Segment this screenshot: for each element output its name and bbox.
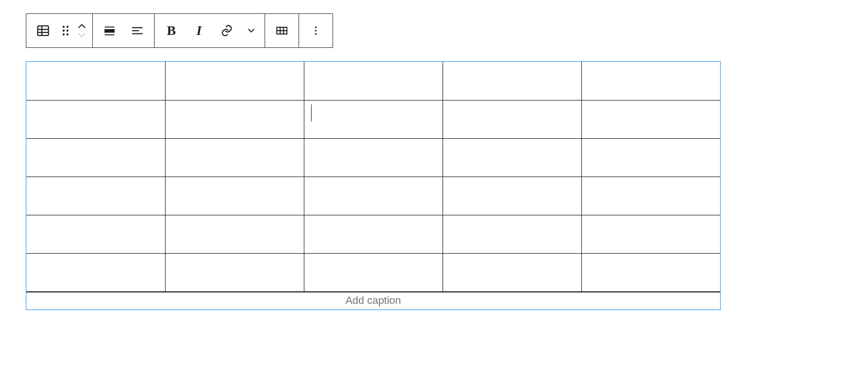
table-cell[interactable] (304, 177, 443, 215)
italic-button[interactable]: I (185, 17, 213, 45)
table-row (26, 138, 720, 177)
toolbar-group-block (26, 14, 92, 47)
table-cell[interactable] (443, 100, 581, 138)
table-cell[interactable] (26, 177, 165, 215)
table-cell[interactable] (581, 253, 720, 291)
block-type-button[interactable] (29, 17, 57, 45)
drag-icon (61, 25, 70, 36)
svg-point-20 (315, 26, 317, 28)
table-edit-icon (275, 24, 289, 37)
table-cell[interactable] (165, 177, 304, 215)
text-align-icon (130, 23, 145, 38)
align-icon (102, 23, 117, 38)
table-cell[interactable] (304, 62, 443, 100)
table-icon (36, 23, 50, 38)
table-cell[interactable] (26, 253, 165, 291)
svg-point-4 (63, 26, 65, 28)
editable-table[interactable] (26, 62, 720, 292)
table-cell[interactable] (443, 253, 581, 291)
svg-point-6 (63, 30, 65, 32)
toolbar-group-more (299, 14, 333, 47)
table-cell[interactable] (165, 100, 304, 138)
table-cell[interactable] (443, 215, 581, 253)
svg-point-8 (63, 33, 65, 35)
bold-button[interactable]: B (157, 17, 185, 45)
table-cell[interactable] (26, 100, 165, 138)
more-rich-text-button[interactable] (241, 17, 262, 45)
chevron-down-icon (246, 25, 256, 36)
text-align-button[interactable] (123, 17, 151, 45)
svg-rect-0 (38, 26, 49, 35)
bold-icon: B (167, 23, 176, 38)
table-cell[interactable] (165, 62, 304, 100)
move-up-button[interactable] (77, 23, 87, 30)
chevron-up-icon (77, 23, 87, 30)
svg-point-7 (67, 30, 68, 32)
table-cell[interactable] (304, 253, 443, 291)
table-row (26, 177, 720, 215)
text-caret (311, 104, 312, 122)
table-row (26, 62, 720, 100)
block-align-button[interactable] (96, 17, 123, 45)
table-cell[interactable] (443, 177, 581, 215)
block-mover (74, 17, 89, 45)
table-cell[interactable] (26, 215, 165, 253)
svg-point-9 (67, 33, 68, 35)
table-cell[interactable] (304, 138, 443, 177)
more-options-button[interactable] (302, 17, 330, 45)
toolbar-group-format: B I (155, 14, 265, 47)
svg-point-21 (315, 30, 317, 32)
drag-handle[interactable] (57, 17, 74, 45)
table-cell[interactable] (165, 215, 304, 253)
table-cell[interactable] (165, 253, 304, 291)
svg-rect-11 (105, 30, 114, 33)
table-cell[interactable] (581, 62, 720, 100)
table-cell[interactable] (304, 100, 443, 138)
svg-point-22 (315, 33, 317, 35)
table-row (26, 215, 720, 253)
table-cell[interactable] (26, 62, 165, 100)
toolbar-group-table (265, 14, 299, 47)
block-toolbar: B I (26, 13, 333, 48)
caption-input[interactable]: Add caption (26, 292, 720, 310)
table-cell[interactable] (581, 138, 720, 177)
table-cell[interactable] (581, 100, 720, 138)
table-cell[interactable] (581, 177, 720, 215)
more-vertical-icon (310, 25, 322, 36)
move-down-button[interactable] (77, 32, 87, 38)
table-block: Add caption (26, 61, 721, 310)
table-cell[interactable] (443, 138, 581, 177)
table-cell[interactable] (304, 215, 443, 253)
toolbar-group-align (93, 14, 154, 47)
table-cell[interactable] (165, 138, 304, 177)
table-cell[interactable] (443, 62, 581, 100)
chevron-down-icon (77, 32, 87, 38)
edit-table-button[interactable] (268, 17, 296, 45)
table-cell[interactable] (26, 138, 165, 177)
link-button[interactable] (213, 17, 241, 45)
svg-point-5 (67, 26, 68, 28)
italic-icon: I (197, 23, 202, 38)
table-row (26, 253, 720, 291)
table-row (26, 100, 720, 138)
link-icon (220, 24, 234, 37)
table-cell[interactable] (581, 215, 720, 253)
